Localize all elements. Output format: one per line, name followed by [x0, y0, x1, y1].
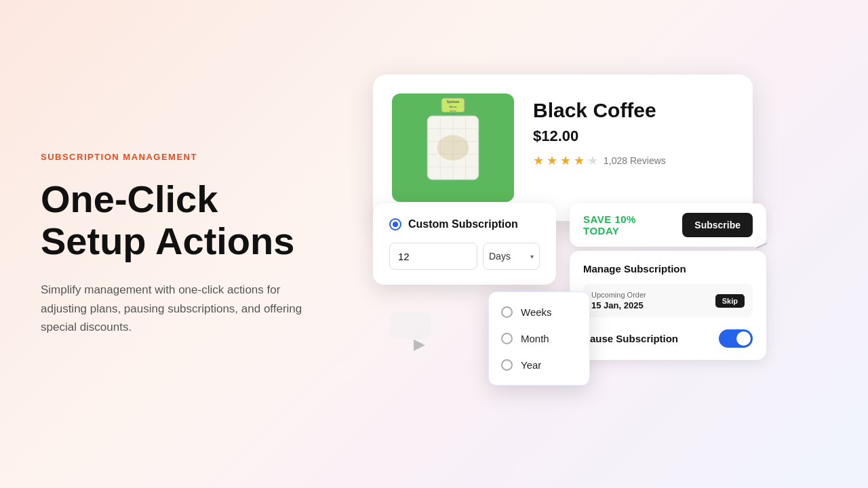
product-image: Sprösse Minze Zitrone — [392, 94, 514, 202]
subscription-header: Custom Subscription — [389, 218, 540, 230]
svg-point-13 — [437, 135, 469, 161]
upcoming-order-row: Upcoming Order 15 Jan, 2025 Skip — [583, 284, 753, 317]
star-3: ★ — [560, 153, 571, 168]
dropdown-menu: Weeks Month Year — [488, 291, 590, 386]
svg-text:Sprösse: Sprösse — [447, 100, 460, 104]
headline-line1: One-Click — [41, 178, 218, 220]
chevron-down-icon: ▾ — [530, 253, 534, 260]
days-select[interactable]: Days ▾ — [483, 243, 540, 270]
save-text: SAVE 10% TODAY — [583, 214, 671, 237]
subscription-card: Custom Subscription Days ▾ — [373, 203, 556, 285]
product-name: Black Coffee — [533, 99, 734, 122]
product-card: Sprösse Minze Zitrone — [373, 75, 753, 221]
dropdown-item-weeks[interactable]: Weeks — [489, 299, 589, 325]
subscription-radio[interactable] — [389, 218, 401, 230]
headline-line2: Setup Actions — [41, 220, 294, 262]
stars-row: ★ ★ ★ ★ ★ 1,028 Reviews — [533, 153, 734, 168]
upcoming-order-label: Upcoming Order — [591, 291, 646, 299]
product-price: $12.00 — [533, 127, 734, 145]
toggle-dot — [736, 331, 751, 346]
days-select-text: Days — [489, 251, 511, 262]
upcoming-order-info: Upcoming Order 15 Jan, 2025 — [591, 291, 646, 310]
subscription-input-row: Days ▾ — [389, 243, 540, 270]
pause-subscription-row: Pause Subscription — [583, 327, 753, 348]
subscription-management-label: SUBSCRIPTION MANAGEMENT — [41, 152, 312, 162]
product-info: Black Coffee $12.00 ★ ★ ★ ★ ★ 1,028 Revi… — [533, 94, 734, 168]
manage-subscription-card: Manage Subscription Upcoming Order 15 Ja… — [570, 251, 766, 360]
month-label: Month — [521, 333, 549, 344]
dropdown-item-year[interactable]: Year — [489, 352, 589, 378]
right-section: Sprösse Minze Zitrone — [353, 0, 868, 488]
star-1: ★ — [533, 153, 544, 168]
upcoming-order-date: 15 Jan, 2025 — [591, 300, 646, 310]
star-4: ★ — [574, 153, 585, 168]
svg-text:Zitrone: Zitrone — [450, 110, 456, 113]
weeks-label: Weeks — [521, 306, 552, 318]
pause-toggle[interactable] — [719, 329, 753, 348]
radio-dot — [393, 222, 398, 227]
manage-title: Manage Subscription — [583, 263, 753, 274]
reviews-count: 1,028 Reviews — [604, 155, 666, 166]
dropdown-item-month[interactable]: Month — [489, 325, 589, 352]
left-section: SUBSCRIPTION MANAGEMENT One-Click Setup … — [0, 111, 353, 377]
year-radio[interactable] — [501, 359, 513, 371]
star-5: ★ — [587, 153, 598, 168]
small-cursor-icon: ▶ — [414, 336, 425, 353]
weeks-radio[interactable] — [501, 306, 513, 318]
cursor-arrow-icon: ➤ — [753, 232, 768, 253]
svg-text:Minze: Minze — [449, 105, 457, 108]
description: Simplify management with one-click actio… — [41, 281, 312, 336]
subscription-card-title: Custom Subscription — [408, 218, 518, 230]
ghost-input — [390, 312, 431, 339]
month-radio[interactable] — [501, 333, 513, 344]
skip-button[interactable]: Skip — [715, 294, 745, 308]
star-2: ★ — [547, 153, 557, 168]
year-label: Year — [521, 359, 541, 371]
pause-label: Pause Subscription — [583, 333, 678, 344]
number-input[interactable] — [389, 243, 477, 270]
save-today-card: SAVE 10% TODAY Subscribe — [570, 203, 766, 247]
subscribe-button[interactable]: Subscribe — [682, 213, 753, 237]
headline: One-Click Setup Actions — [41, 178, 312, 262]
